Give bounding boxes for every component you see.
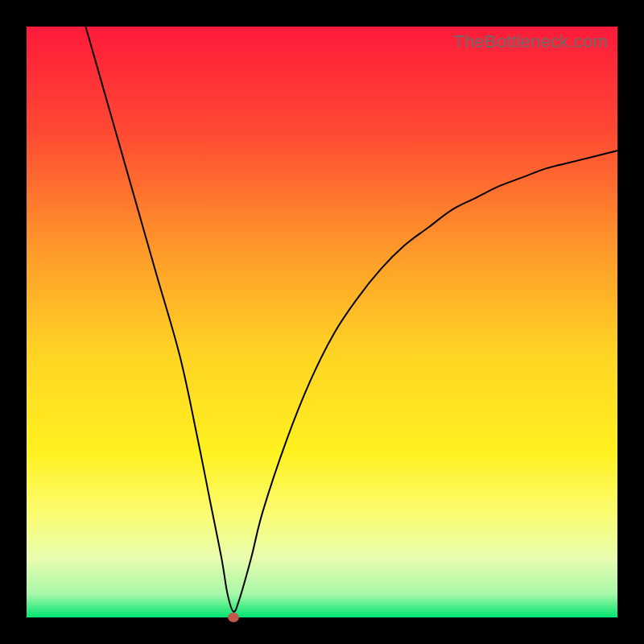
current-config-marker (228, 613, 239, 622)
plot-area: TheBottleneck.com (27, 27, 617, 617)
curve-path (85, 27, 617, 612)
bottleneck-curve (27, 27, 617, 617)
chart-frame: TheBottleneck.com (0, 0, 644, 644)
